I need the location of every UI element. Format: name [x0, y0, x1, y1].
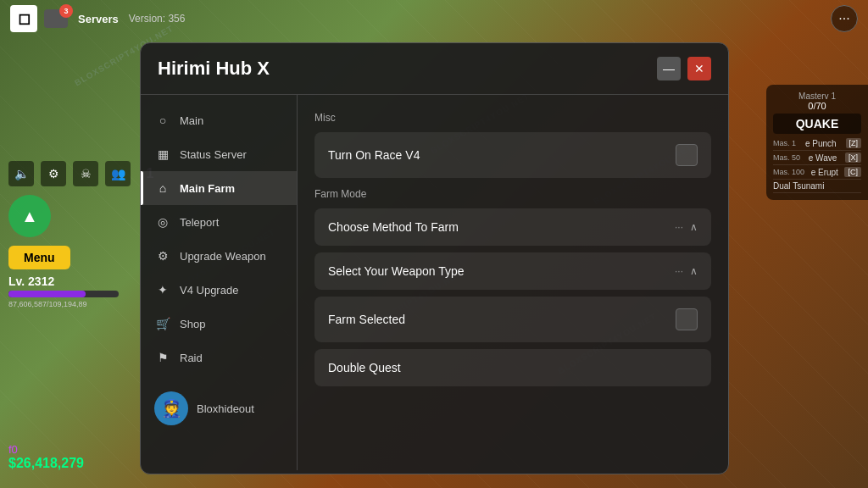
skill-2-name: e Wave [809, 153, 837, 163]
skill-item-1: Mas. 1 e Punch [Z] [773, 136, 861, 151]
modal-sidebar: ○ Main ▦ Status Server ⌂ Main Farm ◎ Tel… [141, 95, 298, 470]
main-farm-icon: ⌂ [154, 180, 171, 197]
sidebar-item-shop[interactable]: 🛒 Shop [141, 307, 297, 341]
turn-on-race-v4-text: Turn On Race V4 [328, 148, 420, 162]
skill-item-2: Mas. 50 e Wave [X] [773, 151, 861, 165]
teleport-label: Teleport [180, 216, 219, 229]
skill-1-mas: Mas. 1 [773, 139, 796, 147]
upgrade-weapon-icon: ⚙ [154, 247, 171, 264]
fragments-display: f0 [8, 443, 84, 456]
modal-controls: — ✕ [657, 57, 711, 80]
choose-method-row[interactable]: Choose Method To Farm ··· ∧ [314, 208, 711, 246]
select-weapon-dots: ··· [675, 265, 683, 277]
bloxhideout-label: Bloxhideout [197, 402, 254, 415]
turn-on-race-v4-row[interactable]: Turn On Race V4 [314, 132, 711, 178]
menu-button[interactable]: Menu [8, 246, 70, 269]
double-quest-text: Double Quest [328, 361, 401, 374]
select-weapon-right: ··· ∧ [675, 265, 698, 277]
skill-2-mas: Mas. 50 [773, 153, 800, 162]
xp-bar [8, 291, 86, 297]
currency-display: f0 $26,418,279 [8, 443, 84, 471]
badge-count: 3 [59, 4, 73, 18]
select-weapon-text: Select Your Weapon Type [328, 264, 465, 278]
raid-icon: ⚑ [154, 349, 171, 366]
modal-content: Misc Turn On Race V4 Farm Mode Choose Me… [298, 95, 728, 470]
main-modal: Hirimi Hub X — ✕ ○ Main ▦ Status Server … [140, 42, 729, 474]
xp-bar-container [8, 291, 119, 297]
skill-3-mas: Mas. 100 [773, 168, 804, 176]
more-button[interactable]: ··· [831, 5, 858, 32]
servers-label: Servers [78, 13, 119, 25]
choose-method-arrow: ∧ [690, 221, 698, 233]
sidebar-item-main[interactable]: ○ Main [141, 103, 297, 137]
compass: ▲ [8, 195, 51, 237]
minimize-button[interactable]: — [657, 57, 681, 80]
skill-2-key: [X] [845, 152, 861, 163]
farm-selected-text: Farm Selected [328, 313, 405, 326]
shop-label: Shop [180, 318, 205, 330]
skill-3-name: e Erupt [811, 168, 838, 177]
skill-1-key: [Z] [846, 138, 862, 148]
sidebar-item-v4-upgrade[interactable]: ✦ V4 Upgrade [141, 273, 297, 307]
modal-title: Hirimi Hub X [158, 58, 270, 80]
roblox-logo: ◻ [10, 5, 37, 32]
avatar-icon: 👮 [154, 391, 188, 425]
v4-upgrade-icon: ✦ [154, 281, 171, 298]
main-icon: ○ [154, 112, 171, 129]
mastery-progress: 0/70 [773, 101, 861, 111]
sidebar-item-upgrade-weapon[interactable]: ⚙ Upgrade Weapon [141, 239, 297, 273]
sidebar-item-raid[interactable]: ⚑ Raid [141, 341, 297, 374]
mastery-panel: Masterv 1 0/70 QUAKE Mas. 1 e Punch [Z] … [766, 85, 868, 200]
double-quest-row[interactable]: Double Quest [314, 349, 711, 386]
select-weapon-row[interactable]: Select Your Weapon Type ··· ∧ [314, 252, 711, 290]
skull-icon[interactable]: ☠ [73, 161, 98, 186]
skill-item-4: Dual Tsunami [773, 180, 861, 193]
close-button[interactable]: ✕ [687, 57, 711, 80]
turn-on-race-v4-toggle[interactable] [676, 144, 698, 166]
skill-4-name: Dual Tsunami [773, 181, 824, 191]
shop-icon: 🛒 [154, 315, 171, 332]
bloxhideout-item[interactable]: 👮 Bloxhideout [141, 383, 297, 434]
mastery-name: QUAKE [773, 114, 861, 134]
version-label: Version: 356 [129, 13, 186, 25]
settings-icon[interactable]: ⚙ [41, 161, 66, 186]
main-label: Main [180, 114, 203, 127]
farm-mode-label: Farm Mode [314, 188, 711, 200]
person-icon[interactable]: 👥 [105, 161, 131, 186]
choose-method-dots: ··· [675, 221, 683, 233]
upgrade-weapon-label: Upgrade Weapon [180, 250, 266, 263]
notification-badge[interactable]: 3 [44, 9, 68, 28]
right-panel: Masterv 1 0/70 QUAKE Mas. 1 e Punch [Z] … [766, 85, 868, 205]
select-weapon-arrow: ∧ [690, 265, 698, 277]
raid-label: Raid [180, 352, 203, 364]
status-server-label: Status Server [180, 148, 247, 161]
farm-selected-row[interactable]: Farm Selected [314, 297, 711, 342]
mastery-title: Masterv 1 [773, 92, 861, 101]
teleport-icon: ◎ [154, 214, 171, 230]
top-bar: ◻ 3 Servers Version: 356 ··· [0, 0, 868, 37]
sound-icon[interactable]: 🔈 [8, 161, 34, 186]
v4-upgrade-label: V4 Upgrade [180, 284, 238, 297]
skill-3-key: [C] [844, 167, 861, 177]
top-bar-right: ··· [831, 5, 858, 32]
sidebar-item-teleport[interactable]: ◎ Teleport [141, 205, 297, 239]
skill-item-3: Mas. 100 e Erupt [C] [773, 165, 861, 180]
skill-1-name: e Punch [805, 139, 837, 148]
choose-method-right: ··· ∧ [675, 221, 698, 233]
modal-header: Hirimi Hub X — ✕ [141, 43, 728, 95]
modal-body: ○ Main ▦ Status Server ⌂ Main Farm ◎ Tel… [141, 95, 728, 470]
status-server-icon: ▦ [154, 146, 171, 163]
misc-label: Misc [314, 112, 711, 124]
farm-selected-toggle[interactable] [676, 308, 698, 330]
sidebar-item-main-farm[interactable]: ⌂ Main Farm [141, 171, 297, 205]
beli-display: $26,418,279 [8, 456, 84, 471]
sidebar-item-status-server[interactable]: ▦ Status Server [141, 137, 297, 171]
choose-method-text: Choose Method To Farm [328, 220, 459, 234]
main-farm-label: Main Farm [180, 182, 235, 195]
